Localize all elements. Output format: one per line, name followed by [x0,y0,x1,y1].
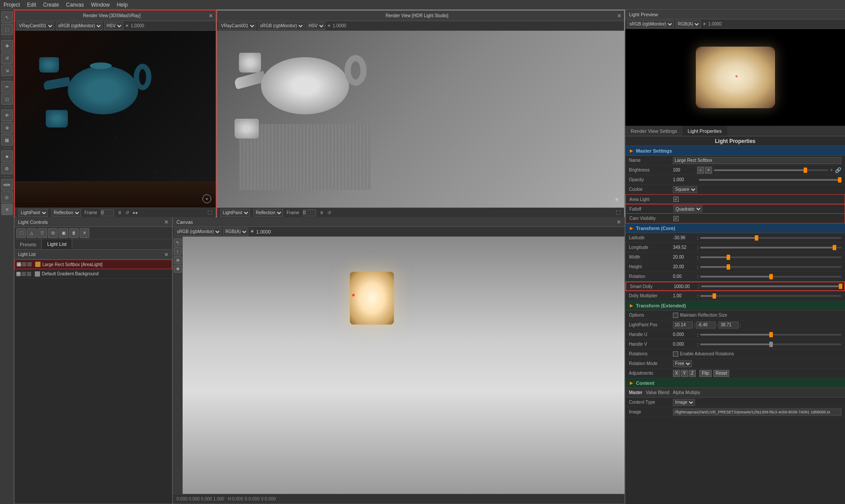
lc-add[interactable]: ✕ [80,228,89,238]
frame-input-right[interactable] [303,209,316,216]
render-close-right[interactable]: ✕ [617,13,621,19]
smart-dolly-slider[interactable] [701,285,841,287]
tab-presets[interactable]: Presets [15,239,42,249]
canvas-tool-2[interactable]: ↕ [174,247,182,255]
width-slider[interactable] [700,256,841,258]
canvas-mode-select[interactable]: RGB(A) [223,228,248,236]
lc-select-all[interactable]: ⬚ [16,228,26,238]
tool-move[interactable]: ✥ [1,40,13,51]
tab-render-view-settings[interactable]: Render View Settings [625,126,683,136]
menu-item-window[interactable]: Window [91,2,110,8]
adj-z-btn[interactable]: Z [689,370,696,377]
colorspace-select-left[interactable]: sRGB (rgbMonitor) [56,22,103,30]
mode-select-left[interactable]: HSV [104,22,123,30]
preview-colorspace-select[interactable]: sRGB (rgbMonitor) [627,20,674,28]
camera-select-right[interactable]: VRayCam001 [219,22,256,30]
prop-content-type-select[interactable]: Image [673,399,695,406]
light-color-swatch-1[interactable] [35,271,40,277]
adj-flip-btn[interactable]: Flip [699,370,712,377]
content-tab-value-blend[interactable]: Value Blend [646,390,669,395]
brightness-add-icon[interactable]: + [830,167,833,173]
menu-item-help[interactable]: Help [117,2,128,8]
frame-input-left[interactable] [101,209,114,216]
canvas-close[interactable]: ✕ [617,219,621,225]
refresh-btn-right[interactable]: ↺ [327,210,331,215]
transform-ext-arrow[interactable]: ▶ [629,303,633,308]
canvas-tool-3[interactable]: ⊕ [174,256,182,264]
canvas-tool-4[interactable]: ✥ [174,265,182,273]
tab-light-properties[interactable]: Light Properties [683,126,727,136]
tool-eye[interactable]: 👁 [1,110,13,121]
tool-close[interactable]: ✕ [1,204,13,215]
solo-icon-0[interactable] [27,262,32,267]
brightness-link-icon[interactable]: 🔗 [835,167,841,173]
longitude-slider[interactable] [700,247,841,248]
render-close-left[interactable]: ✕ [209,13,213,19]
eye-icon-0[interactable]: 👁 [17,262,21,267]
content-tab-master[interactable]: Master [629,390,643,395]
tool-light[interactable]: ◈ [1,150,13,162]
lc-group[interactable]: ▣ [59,228,68,238]
adj-y-btn[interactable]: Y [681,370,688,377]
lock-icon-1[interactable] [22,272,26,276]
prop-rotation-mode-select[interactable]: Free [673,360,692,367]
lc-delete[interactable]: 🗑 [69,228,79,238]
camvis-checkbox[interactable]: ✓ [673,216,679,221]
transform-core-arrow[interactable]: ▶ [629,226,633,230]
menu-item-project[interactable]: Project [4,2,20,8]
tool-eraser[interactable]: ◻ [1,93,13,105]
tool-unknown[interactable]: ◎ [1,191,13,203]
light-list-item-1[interactable]: 👁 Default Gradient Background [15,269,172,279]
light-list-close[interactable]: ✕ [164,252,169,258]
tool-paint[interactable]: ✏ [1,81,13,92]
master-settings-arrow[interactable]: ▶ [629,149,633,153]
lc-move-up[interactable]: △ [27,228,37,238]
prop-falloff-select[interactable]: Quadratic [673,205,702,212]
tool-settings[interactable]: ⚙ [1,163,13,174]
tool-zoom[interactable]: ⊕ [1,122,13,133]
pause-btn-right[interactable]: ⏸ [320,210,324,215]
enable-advanced-rotations-checkbox[interactable] [673,351,678,357]
brightness-plus[interactable]: + [705,167,712,174]
lightpaint-select-left[interactable]: LightPaint [18,209,48,217]
camera-select-left[interactable]: VRayCam001 [17,22,54,30]
maintain-refl-checkbox[interactable] [673,313,678,318]
prop-cookie-select[interactable]: Square [673,186,697,193]
height-slider[interactable] [700,266,841,268]
expand-btn-left[interactable]: ⛶ [208,210,212,215]
prop-image-path[interactable] [673,409,841,416]
menu-item-edit[interactable]: Edit [27,2,36,8]
reflection-select-left[interactable]: Reflection [51,209,81,217]
light-controls-close[interactable]: ✕ [164,219,169,225]
dolly-mult-slider[interactable] [700,295,841,297]
canvas-tool-1[interactable]: ↖ [174,238,182,246]
tab-light-list[interactable]: Light List [42,239,72,249]
brightness-slider[interactable] [714,169,828,171]
pause-btn-left[interactable]: ⏸ [118,210,122,215]
light-color-swatch-0[interactable] [35,262,40,267]
content-tab-alpha-multiply[interactable]: Alpha Multiply [673,390,700,395]
lock-icon-0[interactable] [22,262,26,267]
reflection-select-right[interactable]: Reflection [254,209,283,217]
tool-rotate[interactable]: ↺ [1,52,13,64]
preview-mode-select[interactable]: RGB(A) [676,20,701,28]
prop-name-input[interactable] [673,157,841,164]
lightpaint-pos-x[interactable] [673,321,693,329]
menu-item-canvas[interactable]: Canvas [66,2,84,8]
tool-camera[interactable]: ▦ [1,134,13,146]
lightpaint-pos-z[interactable] [719,321,738,329]
tool-scale[interactable]: ⇲ [1,65,13,76]
lightpaint-pos-y[interactable] [696,321,716,329]
eye-icon-1[interactable]: 👁 [16,272,21,276]
area-light-checkbox[interactable]: ✓ [673,197,679,202]
tool-pointer[interactable]: ↖ [1,11,13,23]
colorspace-select-right[interactable]: sRGB (rgbMonitor) [258,22,305,30]
lc-move-down[interactable]: ▽ [37,228,47,238]
handle-v-slider[interactable] [700,343,841,345]
light-list-item-0[interactable]: 👁 Large Rect Softbox [AreaLight] [15,259,172,269]
opacity-slider[interactable] [699,179,840,181]
brightness-minus[interactable]: − [697,167,704,174]
handle-u-slider[interactable] [700,334,841,336]
canvas-colorspace-select[interactable]: sRGB (rgbMonitor) [175,228,221,236]
menu-item-create[interactable]: Create [43,2,59,8]
